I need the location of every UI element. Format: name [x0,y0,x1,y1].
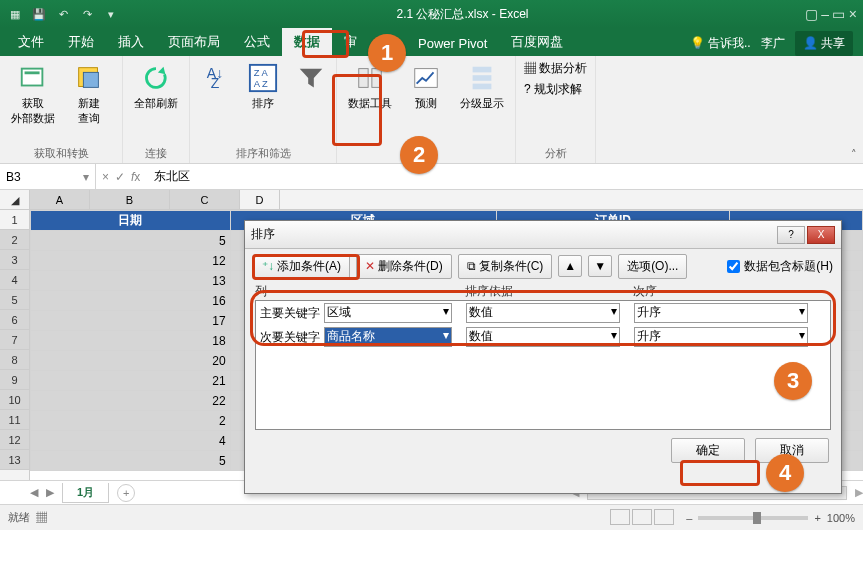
zoom-in-icon[interactable]: + [814,512,820,524]
ribbon-options-icon[interactable]: ▢ [805,6,818,22]
get-external-data-button[interactable]: 获取 外部数据 [8,60,58,126]
cancel-formula-icon[interactable]: × [102,170,109,184]
save-icon[interactable]: 💾 [30,5,48,23]
sort-button[interactable]: Z AA Z 排序 [238,60,288,111]
share-button[interactable]: 👤 共享 [795,31,853,56]
formula-bar[interactable]: 东北区 [146,168,198,185]
sort-by-select[interactable]: 数值 ▾ [466,303,620,323]
outline-button[interactable]: 分级显示 [457,60,507,111]
delete-level-button[interactable]: ✕删除条件(D) [356,254,452,279]
undo-icon[interactable]: ↶ [54,5,72,23]
sort-column-select[interactable]: 区域 ▾ [324,303,452,323]
data-tools-button[interactable]: 数据工具 [345,60,395,111]
sort-row[interactable]: 次要关键字 商品名称 ▾ 数值 ▾ 升序 ▾ [256,325,830,349]
row-header[interactable]: 4 [0,270,29,290]
zoom-out-icon[interactable]: – [686,512,692,524]
sort-dialog: 排序 ? X ⁺↓添加条件(A) ✕删除条件(D) ⧉复制条件(C) ▲ ▼ 选… [244,220,842,494]
group-get-transform: 获取 外部数据 新建 查询 获取和转换 [0,56,123,163]
redo-icon[interactable]: ↷ [78,5,96,23]
sort-by-select[interactable]: 数值 ▾ [466,327,620,347]
svg-rect-7 [359,69,368,88]
sort-row[interactable]: 主要关键字 区域 ▾ 数值 ▾ 升序 ▾ [256,301,830,325]
title-bar: ▦ 💾 ↶ ↷ ▾ 2.1 公秘汇总.xlsx - Excel ▢ – ▭ × [0,0,863,28]
zoom-label[interactable]: 100% [827,512,855,524]
tab-baidu[interactable]: 百度网盘 [499,28,575,56]
add-sheet-button[interactable]: + [117,484,135,502]
row-header[interactable]: 6 [0,310,29,330]
sort-grid-header: 列排序依据次序 [245,283,841,300]
col-header[interactable]: C [170,190,240,209]
row-header[interactable]: 11 [0,410,29,430]
row-header[interactable]: 2 [0,230,29,250]
formula-icons: ×✓fx [96,170,146,184]
minimize-icon[interactable]: – [821,6,829,22]
row-header[interactable]: 7 [0,330,29,350]
tab-pagelayout[interactable]: 页面布局 [156,28,232,56]
svg-text:A Z: A Z [254,79,268,89]
enter-formula-icon[interactable]: ✓ [115,170,125,184]
view-switcher[interactable] [608,509,674,527]
svg-rect-9 [415,69,438,88]
row-header[interactable]: 1 [0,210,29,230]
tab-data[interactable]: 数据 [282,28,332,56]
sort-asc-button[interactable]: A↓Z [198,60,232,96]
sheet-nav-prev-icon[interactable]: ◀ [30,486,38,499]
sheet-nav-next-icon[interactable]: ▶ [46,486,54,499]
row-header[interactable]: 3 [0,250,29,270]
move-up-button[interactable]: ▲ [558,255,582,277]
qat-dropdown-icon[interactable]: ▾ [102,5,120,23]
data-analysis-button[interactable]: ▦ 数据分析 [524,60,587,77]
tell-me[interactable]: 💡 告诉我.. [690,35,751,52]
hscroll-right-icon[interactable]: ▶ [855,486,863,499]
group-label: 连接 [145,144,167,161]
sheet-tab[interactable]: 1月 [62,483,109,503]
forecast-button[interactable]: 预测 [401,60,451,111]
row-header[interactable]: 13 [0,450,29,470]
sort-order-select[interactable]: 升序 ▾ [634,303,808,323]
tab-formulas[interactable]: 公式 [232,28,282,56]
copy-level-button[interactable]: ⧉复制条件(C) [458,254,553,279]
sort-order-select[interactable]: 升序 ▾ [634,327,808,347]
macro-icon[interactable]: ▦ [36,511,47,523]
move-down-button[interactable]: ▼ [588,255,612,277]
sort-icon: Z AA Z [247,62,279,94]
tab-home[interactable]: 开始 [56,28,106,56]
solver-button[interactable]: ? 规划求解 [524,81,582,98]
zoom-slider[interactable] [698,516,808,520]
tab-insert[interactable]: 插入 [106,28,156,56]
zoom-control[interactable]: – + 100% [686,512,855,524]
delete-icon: ✕ [365,259,375,273]
collapse-ribbon-icon[interactable]: ˄ [851,148,857,161]
headers-checkbox[interactable]: 数据包含标题(H) [727,258,833,275]
select-all-corner[interactable]: ◢ [0,190,29,210]
options-button[interactable]: 选项(O)... [618,254,687,279]
sort-column-select[interactable]: 商品名称 ▾ [324,327,452,347]
fx-icon[interactable]: fx [131,170,140,184]
close-icon[interactable]: × [849,6,857,22]
dialog-title-bar[interactable]: 排序 ? X [245,221,841,249]
dialog-close-icon[interactable]: X [807,226,835,244]
restore-icon[interactable]: ▭ [832,6,845,22]
user-label[interactable]: 李广 [761,35,785,52]
cancel-button[interactable]: 取消 [755,438,829,463]
row-header[interactable]: 5 [0,290,29,310]
name-box[interactable]: B3▾ [0,164,96,189]
refresh-all-button[interactable]: 全部刷新 [131,60,181,111]
tab-view[interactable]: 图 [369,28,406,56]
filter-button[interactable] [294,60,328,96]
ok-button[interactable]: 确定 [671,438,745,463]
row-header[interactable]: 10 [0,390,29,410]
row-header[interactable]: 9 [0,370,29,390]
new-query-button[interactable]: 新建 查询 [64,60,114,126]
col-header[interactable]: B [90,190,170,209]
col-header[interactable]: A [30,190,90,209]
tab-powerpivot[interactable]: Power Pivot [406,31,499,56]
row-header[interactable]: 12 [0,430,29,450]
row-header[interactable]: 8 [0,350,29,370]
tab-review[interactable]: 审 [332,28,369,56]
dialog-help-icon[interactable]: ? [777,226,805,244]
add-level-button[interactable]: ⁺↓添加条件(A) [253,254,350,279]
tab-file[interactable]: 文件 [6,28,56,56]
col-header[interactable]: D [240,190,280,209]
excel-logo-icon: ▦ [6,5,24,23]
